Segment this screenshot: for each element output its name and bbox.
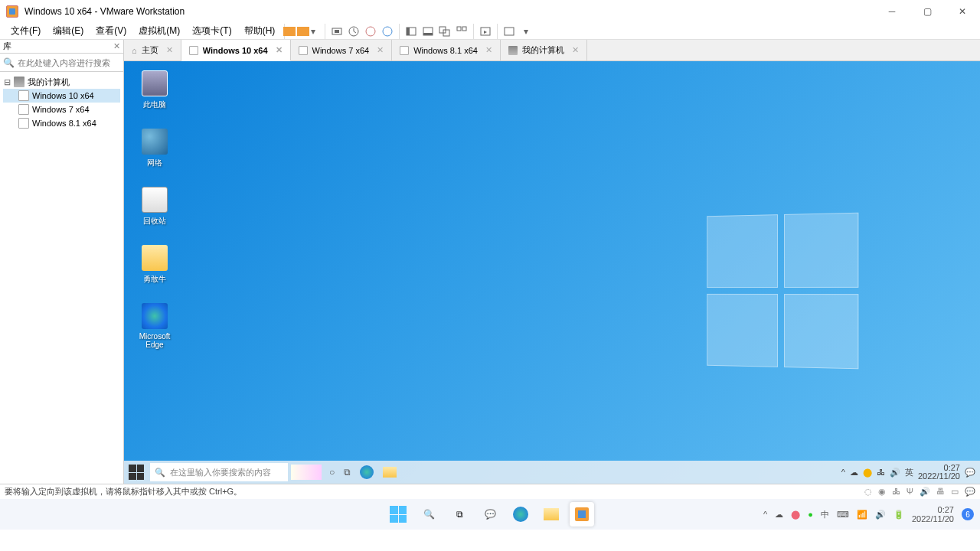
desktop-icon-userfolder[interactable]: 勇敢牛 [135, 245, 175, 285]
device-usb-icon[interactable]: Ψ [906, 487, 913, 497]
tree-root[interactable]: ⊟ 我的计算机 [3, 75, 120, 89]
menu-vm[interactable]: 虚拟机(M) [132, 24, 186, 37]
host-start-button[interactable] [386, 502, 410, 527]
guest-cortana-icon[interactable]: ○ [329, 467, 335, 478]
stretch-button[interactable] [501, 23, 518, 40]
tab-close-icon[interactable]: ✕ [377, 45, 384, 55]
tree-vm-win10[interactable]: Windows 10 x64 [3, 89, 120, 103]
messages-icon[interactable]: 💬 [965, 487, 975, 497]
maximize-button[interactable]: ▢ [910, 0, 945, 23]
svg-rect-12 [462, 27, 466, 31]
host-search-button[interactable]: 🔍 [416, 502, 441, 527]
guest-search-box[interactable]: 🔍 在这里输入你要搜索的内容 [150, 463, 288, 481]
desktop-icon-recyclebin[interactable]: 回收站 [135, 187, 175, 227]
guest-tray-onedrive-icon[interactable]: ☁ [850, 468, 858, 478]
desktop-icon-edge[interactable]: MicrosoftEdge [135, 303, 175, 349]
home-icon: ⌂ [132, 46, 137, 55]
guest-tray-notification-icon[interactable]: 💬 [965, 468, 975, 478]
windows-logo [707, 213, 858, 370]
library-title: 库 [3, 41, 11, 52]
device-cd-icon[interactable]: ◉ [878, 487, 886, 497]
menu-edit[interactable]: 编辑(E) [47, 24, 90, 37]
desktop-icon-thispc[interactable]: 此电脑 [135, 70, 175, 110]
tree-vm-win7[interactable]: Windows 7 x64 [3, 103, 120, 116]
status-bar: 要将输入定向到该虚拟机，请将鼠标指针移入其中或按 Ctrl+G。 ◌ ◉ 🖧 Ψ… [0, 484, 980, 499]
host-chat-button[interactable]: 💬 [478, 502, 502, 527]
desktop-icon-network[interactable]: 网络 [135, 129, 175, 168]
tab-win7[interactable]: Windows 7 x64✕ [291, 40, 393, 60]
device-sound-icon[interactable]: 🔊 [920, 487, 930, 497]
guest-tray-chevron-icon[interactable]: ^ [841, 468, 845, 477]
host-explorer-button[interactable] [539, 502, 564, 527]
revert-button[interactable] [379, 23, 396, 40]
close-button[interactable]: ✕ [945, 0, 980, 23]
guest-desktop[interactable]: 此电脑 网络 回收站 勇敢牛 MicrosoftEdge 🔍 在这里输入你要搜索… [124, 61, 980, 484]
minimize-button[interactable]: ─ [874, 0, 910, 23]
svg-rect-14 [505, 28, 514, 35]
vm-icon [18, 90, 29, 101]
guest-tray-clock[interactable]: 0:272022/11/20 [918, 464, 960, 481]
fullscreen-button[interactable] [477, 23, 494, 40]
power-dropdown[interactable]: ▾ [305, 23, 322, 40]
svg-rect-11 [457, 27, 461, 31]
host-tray-volume-icon[interactable]: 🔊 [875, 510, 886, 520]
menu-tabs[interactable]: 选项卡(T) [186, 24, 237, 37]
tab-close-icon[interactable]: ✕ [276, 45, 283, 55]
host-edge-button[interactable] [508, 502, 533, 527]
vm-icon [18, 118, 29, 129]
guest-taskview-icon[interactable]: ⧉ [344, 467, 351, 478]
guest-start-button[interactable] [129, 465, 144, 480]
guest-explorer-taskbar-icon[interactable] [383, 467, 397, 478]
device-printer-icon[interactable]: 🖶 [936, 487, 945, 497]
snapshot-button[interactable] [345, 23, 362, 40]
guest-tray-network-icon[interactable]: 🖧 [877, 468, 885, 477]
tree-vm-win81[interactable]: Windows 8.1 x64 [3, 116, 120, 130]
host-tray-wechat-icon[interactable]: ● [808, 510, 813, 519]
guest-tray-volume-icon[interactable]: 🔊 [890, 468, 900, 478]
guest-edge-taskbar-icon[interactable] [360, 465, 374, 479]
guest-weather-widget[interactable] [291, 465, 322, 480]
host-tray-app-icon[interactable]: ⬤ [791, 510, 800, 520]
device-network-icon[interactable]: 🖧 [892, 487, 900, 497]
snapshot-manager-button[interactable] [362, 23, 379, 40]
menu-view[interactable]: 查看(V) [90, 24, 132, 37]
menu-file[interactable]: 文件(F) [5, 24, 47, 37]
host-tray-ime-mode[interactable]: ⌨ [837, 510, 849, 520]
view-console-button[interactable] [420, 23, 436, 40]
svg-rect-6 [407, 28, 410, 35]
device-display-icon[interactable]: ▭ [951, 487, 959, 497]
host-tray-onedrive-icon[interactable]: ☁ [775, 510, 783, 520]
tab-mycomputer[interactable]: 我的计算机✕ [501, 40, 587, 60]
send-ctrl-alt-del-button[interactable] [328, 23, 345, 40]
tab-close-icon[interactable]: ✕ [572, 45, 579, 55]
host-tray-chevron-icon[interactable]: ^ [763, 510, 767, 519]
tab-close-icon[interactable]: ✕ [485, 45, 492, 55]
host-tray-battery-icon[interactable]: 🔋 [893, 510, 904, 520]
stretch-dropdown[interactable]: ▾ [518, 23, 534, 40]
search-icon: 🔍 [155, 468, 165, 478]
guest-tray-security-icon[interactable]: ⬤ [863, 468, 872, 478]
host-taskview-button[interactable]: ⧉ [447, 502, 472, 527]
host-tray-clock[interactable]: 0:272022/11/20 [912, 505, 954, 523]
search-icon: 🔍 [3, 57, 15, 68]
library-close-icon[interactable]: ✕ [113, 41, 120, 51]
library-search[interactable]: 🔍 ▼ [0, 54, 123, 72]
vm-icon [189, 46, 198, 55]
tab-win81[interactable]: Windows 8.1 x64✕ [392, 40, 501, 60]
device-hdd-icon[interactable]: ◌ [864, 487, 872, 497]
thumbnail-button[interactable] [453, 23, 470, 40]
tab-home[interactable]: ⌂ 主页✕ [124, 40, 181, 60]
menubar: 文件(F) 编辑(E) 查看(V) 虚拟机(M) 选项卡(T) 帮助(H) ▾ … [0, 23, 980, 40]
host-tray-wifi-icon[interactable]: 📶 [857, 510, 867, 520]
host-tray-ime[interactable]: 中 [821, 509, 829, 520]
search-input[interactable] [18, 58, 123, 67]
pause-button[interactable] [288, 23, 305, 40]
tab-close-icon[interactable]: ✕ [166, 45, 173, 55]
guest-tray-ime[interactable]: 英 [905, 467, 913, 478]
menu-help[interactable]: 帮助(H) [238, 24, 282, 37]
unity-button[interactable] [436, 23, 453, 40]
tab-win10[interactable]: Windows 10 x64✕ [181, 40, 291, 61]
view-sidebar-button[interactable] [403, 23, 420, 40]
host-vmware-button[interactable] [570, 502, 594, 527]
host-notification-badge[interactable]: 6 [962, 508, 974, 520]
